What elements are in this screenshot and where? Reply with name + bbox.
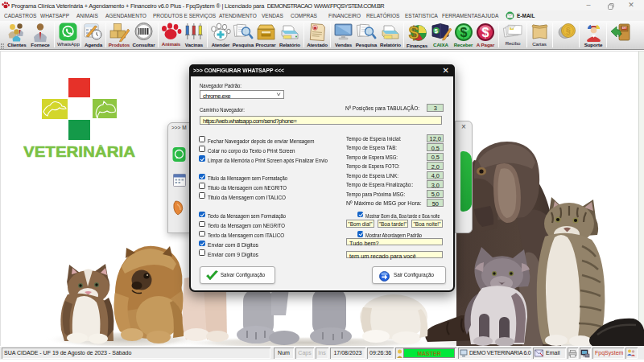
svg-text:VETERINÁRIA: VETERINÁRIA: [23, 145, 135, 159]
svg-text:§: §: [566, 26, 571, 35]
svg-text:$: $: [482, 26, 489, 39]
svg-text:$: $: [409, 23, 419, 43]
svg-text:$: $: [435, 27, 439, 35]
svg-text:$: $: [460, 26, 467, 39]
svg-text:EXIT: EXIT: [622, 27, 627, 30]
